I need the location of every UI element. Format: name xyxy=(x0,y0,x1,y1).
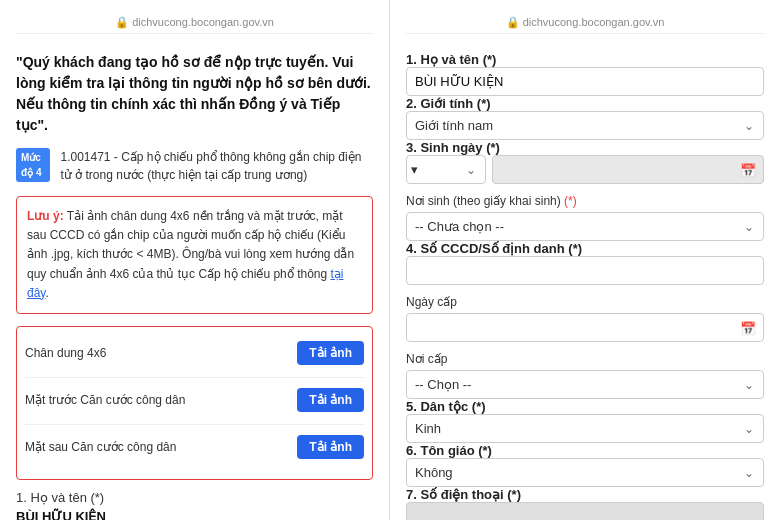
upload-button-2[interactable]: Tải ảnh xyxy=(297,388,364,412)
service-code: 1.001471 - Cấp hộ chiếu phổ thông không … xyxy=(60,148,373,184)
select-ton-giao[interactable]: Không xyxy=(406,458,764,487)
upload-label-1: Chân dung 4x6 xyxy=(25,346,106,360)
right-url: dichvucong.bocongan.gov.vn xyxy=(523,16,665,28)
field-sdt: 7. Số điện thoại (*) xyxy=(406,487,764,520)
upload-section: Chân dung 4x6 Tải ảnh Mặt trước Căn cước… xyxy=(16,326,373,480)
field-ho-ten: 1. Họ và tên (*) xyxy=(406,52,764,96)
select-day-wrapper: ▾ xyxy=(406,155,486,184)
field-cccd: 4. Số CCCD/Số định danh (*) xyxy=(406,241,764,285)
label-sinh-ngay: 3. Sinh ngày (*) xyxy=(406,140,500,155)
input-sdt[interactable] xyxy=(406,502,764,520)
field1-label: 1. Họ và tên (*) xyxy=(16,490,373,505)
label-noi-sinh: Nơi sinh (theo giấy khai sinh) (*) xyxy=(406,194,764,208)
date-ngay-cap-wrapper xyxy=(406,313,764,342)
input-ho-ten[interactable] xyxy=(406,67,764,96)
right-browser-bar: 🔒 dichvucong.bocongan.gov.vn xyxy=(406,16,764,34)
date-sinh-ngay-wrapper xyxy=(492,155,764,184)
field-gioi-tinh: 2. Giới tính (*) Giới tính nam Giới tính… xyxy=(406,96,764,140)
field-noi-sinh: Nơi sinh (theo giấy khai sinh) (*) -- Ch… xyxy=(406,194,764,241)
select-ton-giao-wrapper: Không xyxy=(406,458,764,487)
left-browser-bar: 🔒 dichvucong.bocongan.gov.vn xyxy=(16,16,373,34)
upload-label-2: Mặt trước Căn cước công dân xyxy=(25,393,185,407)
label-ho-ten: 1. Họ và tên (*) xyxy=(406,52,496,67)
select-gioi-tinh-wrapper: Giới tính nam Giới tính nữ xyxy=(406,111,764,140)
label-gioi-tinh: 2. Giới tính (*) xyxy=(406,96,491,111)
select-noi-cap[interactable]: -- Chọn -- xyxy=(406,370,764,399)
input-ngay-cap[interactable] xyxy=(406,313,764,342)
label-noi-cap: Nơi cấp xyxy=(406,352,764,366)
field-noi-cap: Nơi cấp -- Chọn -- xyxy=(406,352,764,399)
upload-button-1[interactable]: Tải ảnh xyxy=(297,341,364,365)
service-row: Mức độ 4 1.001471 - Cấp hộ chiếu phổ thô… xyxy=(16,148,373,184)
upload-row-1: Chân dung 4x6 Tải ảnh xyxy=(25,335,364,371)
field-ngay-cap: Ngày cấp xyxy=(406,295,764,342)
select-noi-sinh-wrapper: -- Chưa chọn -- xyxy=(406,212,764,241)
input-cccd[interactable] xyxy=(406,256,764,285)
upload-row-3: Mặt sau Căn cước công dân Tải ảnh xyxy=(25,429,364,465)
select-noi-cap-wrapper: -- Chọn -- xyxy=(406,370,764,399)
field1-value: BÙI HỮU KIỆN xyxy=(16,509,373,520)
upload-button-3[interactable]: Tải ảnh xyxy=(297,435,364,459)
select-gioi-tinh[interactable]: Giới tính nam Giới tính nữ xyxy=(406,111,764,140)
level-badge: Mức độ 4 xyxy=(16,148,50,182)
upload-row-2: Mặt trước Căn cước công dân Tải ảnh xyxy=(25,382,364,418)
quote-text: "Quý khách đang tạo hồ sơ để nộp trực tu… xyxy=(16,52,373,136)
label-ton-giao: 6. Tôn giáo (*) xyxy=(406,443,492,458)
note-text: Tải ảnh chân dung 4x6 nền trắng và mặt t… xyxy=(27,209,354,281)
lock-icon: 🔒 xyxy=(115,16,129,28)
label-cccd: 4. Số CCCD/Số định danh (*) xyxy=(406,241,582,256)
left-url: dichvucong.bocongan.gov.vn xyxy=(132,16,274,28)
select-dan-toc-wrapper: Kinh xyxy=(406,414,764,443)
label-ngay-cap: Ngày cấp xyxy=(406,295,764,309)
right-lock-icon: 🔒 xyxy=(506,16,520,28)
field-dan-toc: 5. Dân tộc (*) Kinh xyxy=(406,399,764,443)
field-ton-giao: 6. Tôn giáo (*) Không xyxy=(406,443,764,487)
select-day[interactable]: ▾ xyxy=(406,155,486,184)
field-sinh-ngay: 3. Sinh ngày (*) ▾ xyxy=(406,140,764,184)
note-label: Lưu ý: xyxy=(27,209,64,223)
note-box: Lưu ý: Tải ảnh chân dung 4x6 nền trắng v… xyxy=(16,196,373,314)
select-noi-sinh[interactable]: -- Chưa chọn -- xyxy=(406,212,764,241)
label-sdt: 7. Số điện thoại (*) xyxy=(406,487,521,502)
label-dan-toc: 5. Dân tộc (*) xyxy=(406,399,486,414)
input-sinh-ngay[interactable] xyxy=(492,155,764,184)
upload-label-3: Mặt sau Căn cước công dân xyxy=(25,440,176,454)
select-dan-toc[interactable]: Kinh xyxy=(406,414,764,443)
